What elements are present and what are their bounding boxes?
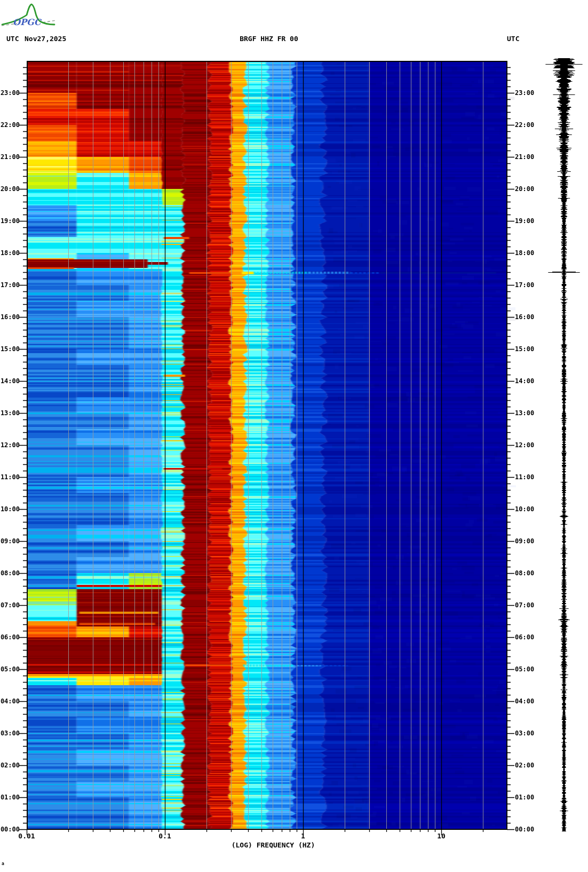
- time-label-left: 23:00: [0, 89, 20, 97]
- time-label-right: 22:00: [515, 121, 542, 129]
- time-label-right: 03:00: [515, 730, 542, 737]
- plot-canvas: [0, 0, 588, 872]
- freq-tick-label: 0.01: [12, 832, 42, 840]
- time-label-right: 23:00: [515, 89, 542, 97]
- time-label-right: 01:00: [515, 794, 542, 801]
- time-label-right: 09:00: [515, 537, 542, 545]
- time-label-right: 17:00: [515, 281, 542, 289]
- time-label-right: 04:00: [515, 697, 542, 705]
- time-label-left: 17:00: [0, 281, 20, 289]
- time-label-left: 16:00: [0, 313, 20, 321]
- time-label-right: 20:00: [515, 185, 542, 193]
- time-label-left: 13:00: [0, 409, 20, 417]
- time-label-right: 06:00: [515, 633, 542, 641]
- time-label-right: 11:00: [515, 473, 542, 481]
- time-label-left: 05:00: [0, 665, 20, 673]
- time-label-right: 18:00: [515, 249, 542, 257]
- time-label-left: 14:00: [0, 377, 20, 385]
- time-label-right: 12:00: [515, 441, 542, 449]
- page: OPGC UTC Nov27,2025 BRGF HHZ FR 00 UTC 0…: [0, 0, 588, 872]
- time-label-left: 20:00: [0, 185, 20, 193]
- date-label: Nov27,2025: [25, 35, 66, 43]
- time-label-right: 13:00: [515, 409, 542, 417]
- time-label-right: 07:00: [515, 601, 542, 609]
- time-label-left: 21:00: [0, 153, 20, 161]
- time-label-left: 02:00: [0, 762, 20, 769]
- time-label-right: 05:00: [515, 665, 542, 673]
- time-label-left: 08:00: [0, 569, 20, 577]
- time-label-left: 18:00: [0, 249, 20, 257]
- corner-footnote: a: [2, 861, 4, 866]
- time-label-left: 04:00: [0, 697, 20, 705]
- time-label-left: 06:00: [0, 633, 20, 641]
- time-label-right: 10:00: [515, 505, 542, 513]
- station-title: BRGF HHZ FR 00: [205, 35, 333, 43]
- time-label-right: 21:00: [515, 153, 542, 161]
- time-label-left: 19:00: [0, 217, 20, 225]
- opgc-logo: OPGC: [1, 2, 65, 29]
- utc-label-right: UTC: [507, 35, 519, 43]
- time-label-right: 00:00: [515, 826, 542, 833]
- freq-tick-label: 0.1: [150, 832, 180, 840]
- time-label-right: 19:00: [515, 217, 542, 225]
- time-label-left: 10:00: [0, 505, 20, 513]
- time-label-right: 15:00: [515, 345, 542, 353]
- x-axis-title: (LOG) FREQUENCY (HZ): [204, 841, 343, 849]
- time-label-right: 14:00: [515, 377, 542, 385]
- time-label-left: 22:00: [0, 121, 20, 129]
- time-label-left: 03:00: [0, 730, 20, 737]
- freq-tick-label: 10: [426, 832, 456, 840]
- logo-text: OPGC: [13, 17, 42, 27]
- time-label-right: 08:00: [515, 569, 542, 577]
- freq-tick-label: 1: [288, 832, 318, 840]
- time-label-left: 11:00: [0, 473, 20, 481]
- utc-label-left: UTC: [6, 35, 19, 43]
- time-label-left: 12:00: [0, 441, 20, 449]
- time-label-left: 09:00: [0, 537, 20, 545]
- time-label-right: 02:00: [515, 762, 542, 769]
- time-label-left: 01:00: [0, 794, 20, 801]
- time-label-left: 15:00: [0, 345, 20, 353]
- time-label-left: 07:00: [0, 601, 20, 609]
- time-label-right: 16:00: [515, 313, 542, 321]
